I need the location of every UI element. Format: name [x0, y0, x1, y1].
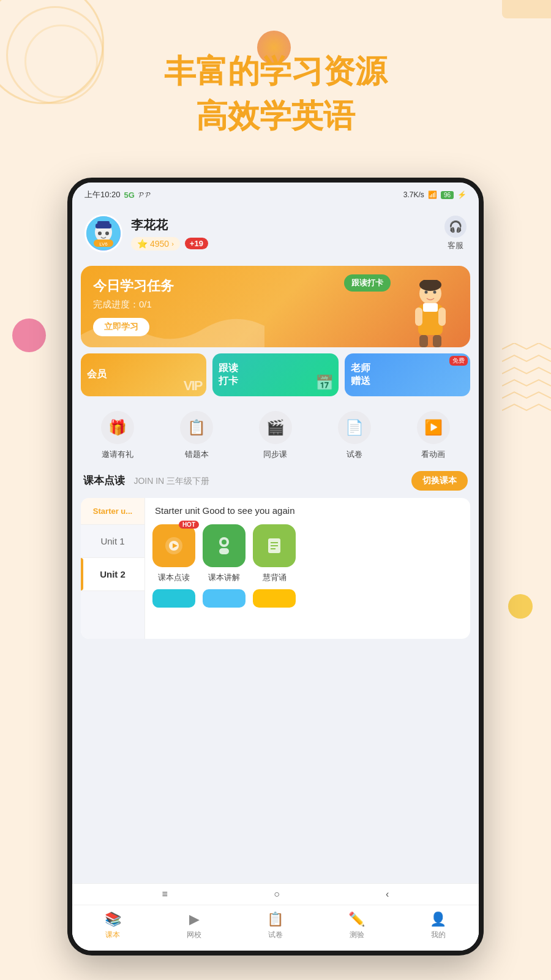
sync-lesson-icon: 🎬 [259, 411, 292, 444]
exam-label: 试卷 [347, 449, 362, 460]
teacher-label: 老师 赠送 [351, 362, 370, 388]
nav-quiz-icon: ✏️ [348, 911, 365, 927]
extra-icon-1 [152, 589, 195, 608]
status-battery: 96 [441, 191, 454, 199]
nav-exam-label: 试卷 [268, 930, 283, 940]
status-right: 3.7K/s 📶 96 ⚡ [403, 190, 467, 199]
mistakes-item[interactable]: 📋 错题本 [180, 411, 213, 460]
mistakes-icon: 📋 [180, 411, 213, 444]
animation-item[interactable]: ▶️ 看动画 [417, 411, 450, 460]
card-badge: 跟读打卡 [344, 274, 391, 292]
exam-icon: 📄 [338, 411, 371, 444]
content-icons-row2 [152, 589, 463, 608]
status-time: 上午10:20 [84, 189, 121, 200]
recite-item[interactable]: 慧背诵 [253, 524, 296, 583]
nav-exam[interactable]: 📋 试卷 [235, 911, 317, 940]
nav-exam-icon: 📋 [267, 911, 283, 927]
invite-icon: 🎁 [101, 411, 134, 444]
nav-profile[interactable]: 👤 我的 [397, 911, 479, 940]
svg-text:LV6: LV6 [99, 241, 108, 247]
status-left: 上午10:20 5G 𝓟 𝓟 [84, 189, 150, 200]
textbook-title: 课本点读 [83, 475, 125, 486]
status-wifi: 📶 [428, 190, 437, 199]
starter-label: Starter u... [81, 498, 144, 524]
icon-grid: 🎁 邀请有礼 📋 错题本 🎬 同步课 📄 试卷 ▶️ 看动画 [72, 402, 479, 464]
profile-section: LV6 李花花 ⭐ 4950 › +19 [72, 207, 479, 260]
nav-quiz-label: 测验 [350, 930, 364, 940]
svg-point-5 [105, 232, 109, 235]
nav-profile-icon: 👤 [430, 911, 446, 927]
profile-left: LV6 李花花 ⭐ 4950 › +19 [84, 214, 208, 252]
hot-badge: HOT [179, 521, 199, 529]
stars-badge[interactable]: ⭐ 4950 › [131, 237, 180, 251]
textbook-explain-item[interactable]: 课本讲解 [203, 524, 246, 583]
cs-icon: 🎧 [444, 216, 467, 238]
svg-rect-3 [97, 221, 110, 225]
status-signal: 5G [124, 190, 135, 200]
system-menu-button[interactable]: ≡ [162, 889, 168, 900]
teacher-button[interactable]: 免费 老师 赠送 [345, 353, 470, 396]
nav-quiz[interactable]: ✏️ 测验 [316, 911, 397, 940]
hero-title-line2: 高效学英语 [0, 94, 551, 138]
vip-label: 会员 [87, 368, 107, 381]
status-speed: 3.7K/s [403, 190, 424, 199]
bg-dot-yellow [508, 594, 533, 619]
extra-item-3[interactable] [253, 589, 296, 608]
reading-button[interactable]: 跟读 打卡 📅 [212, 353, 338, 396]
svg-point-14 [425, 291, 428, 294]
star-count: 4950 [150, 239, 169, 249]
textbook-header: 课本点读 JOIN IN 三年级下册 切换课本 [72, 464, 479, 498]
vip-button[interactable]: 会员 VIP [81, 353, 206, 396]
system-nav: ≡ ○ ‹ [72, 883, 479, 905]
extra-icon-3 [253, 589, 296, 608]
nav-school-label: 网校 [187, 930, 201, 940]
svg-rect-10 [415, 307, 422, 326]
hero-title-line1: 丰富的学习资源 [0, 49, 551, 94]
sync-lesson-item[interactable]: 🎬 同步课 [259, 411, 292, 460]
profile-stats: ⭐ 4950 › +19 [131, 237, 208, 251]
task-character [397, 280, 464, 347]
svg-rect-21 [219, 548, 229, 554]
phone-content: LV6 李花花 ⭐ 4950 › +19 [72, 207, 479, 951]
unit-area: Starter u... Unit 1 Unit 2 Starter unit … [81, 498, 470, 639]
invite-label: 邀请有礼 [102, 449, 133, 460]
status-icons: 𝓟 𝓟 [138, 190, 150, 199]
extra-item-1[interactable] [152, 589, 195, 608]
hero-section: 丰富的学习资源 高效学英语 [0, 49, 551, 138]
system-back-button[interactable]: ‹ [386, 889, 389, 900]
svg-point-15 [433, 291, 437, 294]
vip-text: VIP [184, 378, 201, 394]
unit2-sidebar-item[interactable]: Unit 2 [81, 558, 144, 591]
svg-rect-11 [438, 307, 446, 326]
unit-content-title: Starter unit Good to see you again [152, 505, 463, 516]
task-banner[interactable]: 今日学习任务 完成进度：0/1 立即学习 跟读打卡 [81, 266, 470, 347]
sync-lesson-label: 同步课 [263, 449, 287, 460]
phone-frame: 上午10:20 5G 𝓟 𝓟 3.7K/s 📶 96 ⚡ [67, 178, 484, 956]
star-icon: ⭐ [137, 239, 148, 249]
nav-textbook[interactable]: 📚 课本 [72, 911, 154, 940]
svg-rect-12 [419, 335, 428, 347]
status-bar: 上午10:20 5G 𝓟 𝓟 3.7K/s 📶 96 ⚡ [72, 183, 479, 207]
unit1-sidebar-item[interactable]: Unit 1 [81, 525, 144, 558]
unit-sidebar: Starter u... Unit 1 Unit 2 [81, 498, 145, 639]
customer-service[interactable]: 🎧 客服 [444, 216, 467, 251]
switch-textbook-button[interactable]: 切换课本 [411, 471, 468, 491]
profile-info: 李花花 ⭐ 4950 › +19 [131, 217, 208, 251]
svg-point-4 [98, 232, 102, 235]
extra-icon-2 [203, 589, 246, 608]
exam-item[interactable]: 📄 试卷 [338, 411, 371, 460]
textbook-explain-icon [203, 524, 246, 567]
bottom-nav: 📚 课本 ▶ 网校 📋 试卷 ✏️ 测验 👤 我的 [72, 905, 479, 951]
textbook-title-group: 课本点读 JOIN IN 三年级下册 [83, 473, 209, 488]
svg-rect-17 [423, 303, 438, 312]
recite-icon [253, 524, 296, 567]
starter-sidebar-item[interactable]: Starter u... [81, 498, 144, 525]
avatar: LV6 [84, 214, 122, 252]
system-home-button[interactable]: ○ [274, 889, 280, 900]
recite-label: 慧背诵 [263, 572, 287, 583]
invite-item[interactable]: 🎁 邀请有礼 [101, 411, 134, 460]
extra-item-2[interactable] [203, 589, 246, 608]
status-battery-icon: ⚡ [457, 190, 467, 199]
nav-school[interactable]: ▶ 网校 [154, 911, 235, 940]
textbook-reading-item[interactable]: HOT 课本点读 [152, 524, 195, 583]
